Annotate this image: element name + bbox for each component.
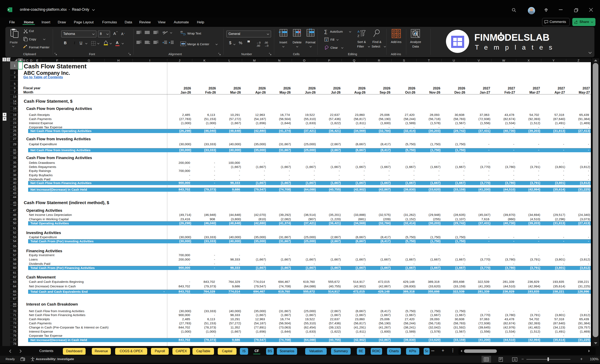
- svg-text:X: X: [8, 9, 9, 11]
- svg-text:Z: Z: [357, 34, 359, 38]
- svg-text:ab: ab: [180, 30, 183, 33]
- svg-text:A: A: [357, 30, 360, 33]
